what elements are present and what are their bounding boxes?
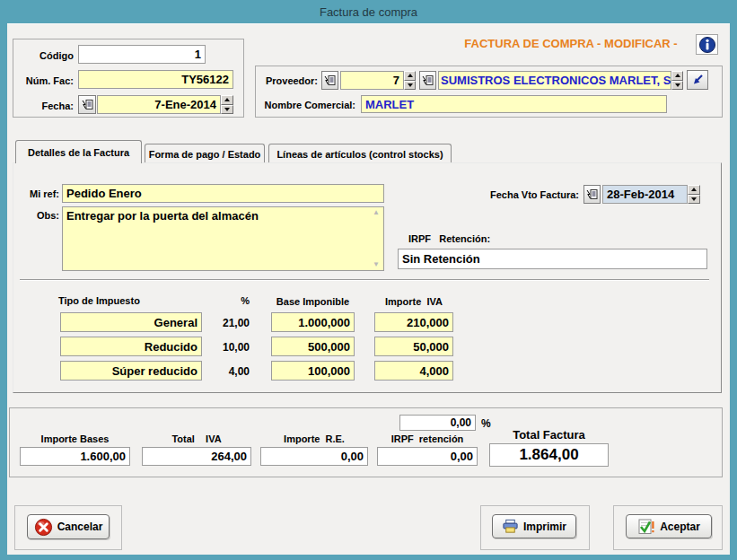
triangle-down-icon <box>675 83 680 87</box>
window-title: Factura de compra <box>320 5 417 19</box>
importe-re-label: Importe R.E. <box>260 433 368 444</box>
spinner-up-button[interactable] <box>671 71 683 81</box>
invoice-window: Factura de compra Código 1 Núm. Fac: TY5… <box>0 0 737 560</box>
tax-name-field[interactable]: General <box>60 312 202 332</box>
obs-textarea[interactable]: Entregar por la puerta del almacén <box>62 206 384 271</box>
lookup-list-icon <box>422 74 434 86</box>
fecha-lookup-button[interactable] <box>78 95 96 114</box>
proveedor-code-field[interactable]: 7 <box>340 71 404 90</box>
tax-header-tipo: Tipo de Impuesto <box>58 295 140 306</box>
nombre-comercial-label: Nombre Comercial: <box>260 100 355 110</box>
codigo-label: Código <box>14 50 74 61</box>
obs-scrollbar[interactable]: ▲ ▼ <box>370 207 382 270</box>
irpf-retencion-label: IRPF Retención: <box>408 233 490 244</box>
total-factura-value: 1.864,00 <box>489 443 609 467</box>
importe-re-value: 0,00 <box>260 447 368 466</box>
triangle-down-icon <box>691 197 697 201</box>
scroll-up-icon: ▲ <box>373 209 380 216</box>
print-label: Imprimir <box>523 521 566 533</box>
proveedor-code-spinner[interactable] <box>404 71 416 90</box>
fecha-spinner[interactable] <box>221 95 233 114</box>
importe-bases-value: 1.600,00 <box>20 447 130 466</box>
spinner-up-button[interactable] <box>688 185 700 195</box>
info-button[interactable] <box>696 34 718 55</box>
cancel-label: Cancelar <box>57 521 103 533</box>
cancel-button[interactable]: Cancelar <box>27 514 110 539</box>
accept-check-icon <box>637 519 655 535</box>
proveedor-name-spinner[interactable] <box>671 71 683 90</box>
tab-detalles-factura[interactable]: Detalles de la Factura <box>15 140 142 163</box>
proveedor-name-field[interactable]: SUMISTROS ELECTRONICOS MARLET, SC <box>438 71 671 90</box>
triangle-down-icon <box>224 108 230 111</box>
irpf-retencion-select[interactable]: Sin Retención <box>398 249 707 269</box>
tax-header-iva: Importe IVA <box>374 296 453 307</box>
fecha-vto-field[interactable]: 28-Feb-2014 <box>602 185 688 204</box>
spinner-down-button[interactable] <box>671 81 683 91</box>
num-fac-field[interactable]: TY56122 <box>78 70 233 89</box>
tax-name-field[interactable]: Súper reducido <box>60 361 202 381</box>
triangle-up-icon <box>691 188 697 191</box>
spinner-up-button[interactable] <box>404 71 416 81</box>
mi-ref-label: Mi ref: <box>23 188 59 199</box>
num-fac-label: Núm. Fac: <box>14 75 74 86</box>
mi-ref-field[interactable]: Pedido Enero <box>62 184 384 203</box>
tax-pct-value: 4,00 <box>211 365 250 378</box>
info-icon <box>698 36 716 54</box>
lookup-list-icon <box>324 74 336 86</box>
nombre-comercial-field[interactable]: MARLET <box>361 95 667 113</box>
tax-base-field[interactable]: 100,000 <box>271 361 355 381</box>
spinner-down-button[interactable] <box>221 105 233 115</box>
accept-button[interactable]: Aceptar <box>626 514 712 538</box>
irpf-pct-field[interactable]: 0,00 <box>399 415 476 431</box>
scroll-down-icon: ▼ <box>373 261 380 268</box>
tax-iva-field[interactable]: 210,000 <box>374 312 453 332</box>
lookup-list-icon <box>82 99 93 110</box>
fecha-vto-lookup-button[interactable] <box>583 185 601 204</box>
proveedor-name-lookup-button[interactable] <box>419 71 436 90</box>
fecha-vto-spinner[interactable] <box>688 185 700 204</box>
total-iva-label: Total IVA <box>142 433 251 444</box>
spinner-up-button[interactable] <box>221 95 233 105</box>
irpf-retencion-total-value: 0,00 <box>377 447 478 466</box>
codigo-field[interactable]: 1 <box>78 45 206 64</box>
tax-pct-value: 21,00 <box>211 317 250 329</box>
tax-iva-field[interactable]: 4,000 <box>374 361 453 381</box>
tab-forma-pago[interactable]: Forma de pago / Estado <box>145 144 265 163</box>
total-iva-value: 264,00 <box>142 447 251 466</box>
cancel-x-icon <box>34 518 53 537</box>
tax-base-field[interactable]: 500,000 <box>271 337 355 356</box>
lookup-list-icon <box>586 188 598 200</box>
spinner-down-button[interactable] <box>688 195 700 205</box>
obs-label: Obs: <box>23 210 59 221</box>
section-divider <box>20 279 709 281</box>
titlebar: Factura de compra <box>0 0 737 23</box>
printer-icon <box>502 519 519 534</box>
tax-header-base: Base Imponible <box>271 296 355 307</box>
fecha-vto-label: Fecha Vto Factura: <box>453 189 579 200</box>
irpf-retencion-total-label: IRPF retención <box>377 433 478 444</box>
tax-name-field[interactable]: Reducido <box>60 337 202 356</box>
active-tab-joint <box>16 162 141 164</box>
triangle-down-icon <box>408 83 413 87</box>
proveedor-code-lookup-button[interactable] <box>321 71 338 90</box>
triangle-up-icon <box>224 98 230 101</box>
triangle-up-icon <box>675 74 680 77</box>
fecha-label: Fecha: <box>14 101 74 111</box>
window-body: Código 1 Núm. Fac: TY56122 Fecha: 7-Ene-… <box>7 23 730 555</box>
tax-header-pct: % <box>211 295 250 306</box>
proveedor-label: Proveedor: <box>260 75 318 86</box>
total-factura-label: Total Factura <box>489 428 609 442</box>
goto-record-icon <box>691 74 705 86</box>
accept-label: Aceptar <box>660 521 700 533</box>
goto-proveedor-button[interactable] <box>687 70 708 90</box>
fecha-field[interactable]: 7-Ene-2014 <box>97 95 221 114</box>
mode-title: FACTURA DE COMPRA - MODIFICAR - <box>453 37 689 50</box>
tax-iva-field[interactable]: 50,000 <box>374 337 453 356</box>
tab-lineas-articulos[interactable]: Líneas de artículos (control stocks) <box>268 144 452 163</box>
importe-bases-label: Importe Bases <box>20 433 130 444</box>
tax-pct-value: 10,00 <box>211 341 250 354</box>
tax-base-field[interactable]: 1.000,000 <box>271 312 355 332</box>
print-button[interactable]: Imprimir <box>492 514 576 538</box>
spinner-down-button[interactable] <box>404 81 416 91</box>
triangle-up-icon <box>408 74 413 77</box>
